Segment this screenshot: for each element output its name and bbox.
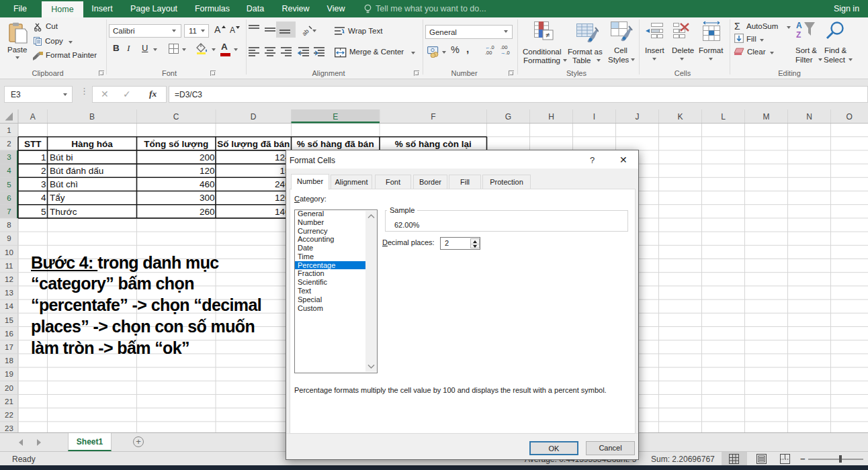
svg-text:3: 3: [7, 153, 11, 161]
svg-text:A: A: [796, 21, 802, 30]
svg-text:7: 7: [7, 207, 11, 216]
svg-text:120: 120: [200, 166, 215, 176]
svg-text:Tẩy: Tẩy: [50, 193, 65, 203]
svg-text:5: 5: [41, 207, 46, 217]
svg-text:9: 9: [7, 234, 11, 242]
svg-text:20: 20: [5, 384, 13, 392]
svg-text:460: 460: [200, 179, 215, 189]
svg-text:E: E: [333, 112, 338, 122]
svg-text:Bút chì: Bút chì: [50, 179, 78, 189]
svg-text:Z: Z: [796, 30, 801, 40]
svg-text:15: 15: [5, 316, 13, 324]
svg-text:10: 10: [5, 248, 13, 256]
svg-text:B: B: [89, 112, 95, 122]
svg-text:STT: STT: [24, 139, 42, 149]
svg-text:4: 4: [7, 167, 11, 175]
svg-text:2: 2: [41, 166, 46, 176]
svg-text:N: N: [806, 112, 812, 122]
svg-text:I: I: [593, 112, 595, 122]
svg-text:K: K: [677, 112, 683, 122]
svg-text:13: 13: [5, 289, 13, 297]
svg-text:% số hàng đã bán: % số hàng đã bán: [297, 139, 374, 149]
svg-text:Thước: Thước: [50, 207, 77, 217]
svg-text:M: M: [763, 112, 770, 122]
svg-text:6: 6: [7, 194, 11, 202]
svg-text:Hàng hóa: Hàng hóa: [71, 139, 113, 149]
svg-text:G: G: [505, 112, 511, 122]
svg-text:% số hàng còn lại: % số hàng còn lại: [395, 139, 472, 149]
svg-text:18: 18: [5, 357, 13, 365]
svg-text:22: 22: [5, 411, 13, 419]
svg-text:16: 16: [5, 330, 13, 338]
svg-text:19: 19: [5, 370, 13, 378]
svg-text:Tổng số lượng: Tổng số lượng: [144, 139, 208, 149]
svg-text:D: D: [251, 112, 257, 122]
svg-text:H: H: [548, 112, 554, 122]
svg-text:O: O: [847, 112, 853, 122]
svg-text:≠: ≠: [546, 31, 550, 39]
svg-text:1: 1: [7, 126, 11, 134]
svg-text:21: 21: [5, 397, 13, 406]
svg-text:1: 1: [41, 152, 46, 162]
svg-text:12: 12: [5, 275, 13, 283]
svg-text:4: 4: [41, 193, 46, 203]
svg-text:200: 200: [200, 152, 215, 162]
svg-text:14: 14: [5, 302, 13, 310]
svg-text:ab: ab: [301, 28, 310, 36]
svg-text:8: 8: [7, 221, 11, 229]
svg-text:L: L: [721, 112, 726, 122]
svg-text:Bút đánh dấu: Bút đánh dấu: [50, 166, 103, 176]
svg-text:C: C: [173, 112, 179, 122]
svg-text:11: 11: [5, 262, 13, 270]
svg-text:F: F: [431, 112, 435, 122]
svg-text:17: 17: [5, 343, 13, 351]
svg-text:3: 3: [41, 179, 46, 189]
svg-text:A: A: [30, 112, 36, 122]
svg-text:Bút bi: Bút bi: [50, 152, 73, 162]
svg-text:300: 300: [200, 193, 215, 203]
svg-text:23: 23: [5, 424, 13, 432]
svg-text:Số lượng đã bán: Số lượng đã bán: [217, 139, 290, 149]
svg-text:260: 260: [200, 207, 215, 217]
svg-text:5: 5: [7, 181, 11, 189]
svg-text:2: 2: [7, 140, 11, 148]
svg-text:J: J: [636, 112, 640, 122]
